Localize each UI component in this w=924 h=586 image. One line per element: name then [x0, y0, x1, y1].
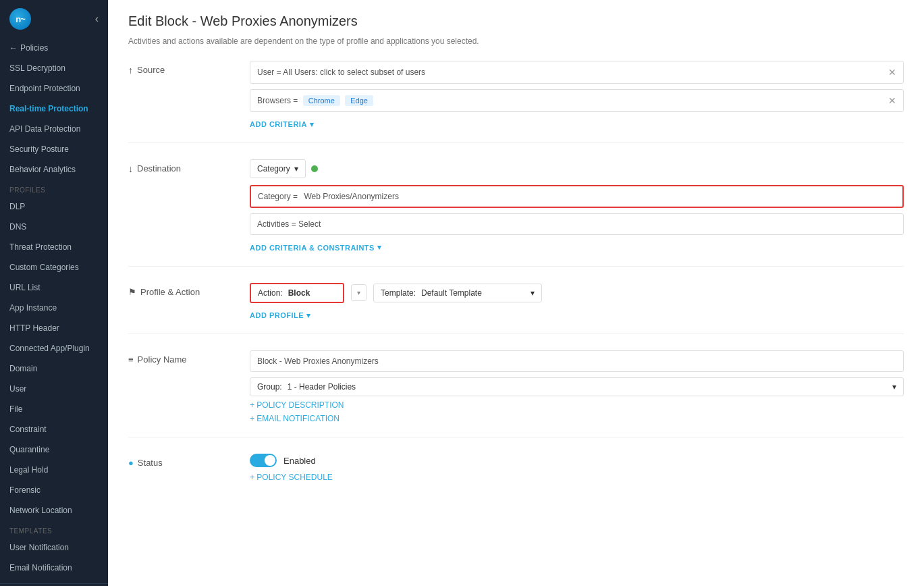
sidebar-item-real-time-protection[interactable]: Real-time Protection — [0, 99, 108, 119]
sidebar-item-http-header[interactable]: HTTP Header — [0, 318, 108, 338]
back-arrow-icon: ← — [9, 43, 18, 53]
action-select[interactable]: Action: Block — [250, 283, 344, 303]
sidebar-item-forensic[interactable]: Forensic — [0, 480, 108, 500]
status-content: Enabled + POLICY SCHEDULE — [250, 454, 904, 482]
sidebar-collapse-button[interactable]: ‹ — [95, 13, 99, 25]
category-dropdown-arrow: ▾ — [294, 164, 298, 174]
chrome-tag[interactable]: Chrome — [303, 95, 340, 106]
policy-name-section: ≡ Policy Name Group: 1 - Header Policies… — [128, 350, 904, 437]
profile-action-content: Action: Block ▾ Template: Default Templa… — [250, 283, 904, 321]
group-dropdown-arrow: ▾ — [892, 382, 896, 392]
category-dropdown[interactable]: Category ▾ — [250, 159, 306, 178]
source-label: ↑ Source — [128, 61, 250, 130]
browsers-label: Browsers = Chrome Edge — [257, 95, 373, 106]
sidebar-item-file[interactable]: File — [0, 399, 108, 419]
template-dropdown-arrow: ▾ — [531, 288, 535, 298]
sidebar-item-domain[interactable]: Domain — [0, 358, 108, 379]
user-criteria-close-button[interactable]: ✕ — [888, 67, 896, 78]
browsers-criteria-close-button[interactable]: ✕ — [888, 95, 896, 106]
sidebar-item-network-location[interactable]: Network Location — [0, 500, 108, 521]
status-toggle[interactable] — [250, 454, 277, 467]
source-content: User = All Users: click to select subset… — [250, 61, 904, 130]
status-label: ● Status — [128, 454, 250, 482]
category-select-row: Category ▾ — [250, 159, 904, 178]
main-content: Edit Block - Web Proxies Anonymizers Act… — [108, 0, 924, 586]
sidebar-item-endpoint-protection[interactable]: Endpoint Protection — [0, 78, 108, 99]
sidebar-item-app-instance[interactable]: App Instance — [0, 298, 108, 318]
category-criteria-box[interactable]: Category = Web Proxies/Anonymizers — [250, 185, 904, 208]
status-circle-icon: ● — [128, 458, 134, 468]
add-profile-dropdown-icon: ▾ — [306, 311, 311, 320]
sidebar-item-behavior-analytics[interactable]: Behavior Analytics — [0, 159, 108, 180]
add-profile-button[interactable]: ADD PROFILE ▾ — [250, 311, 311, 320]
profile-action-section: ⚑ Profile & Action Action: Block ▾ Templ… — [128, 283, 904, 335]
policy-icon: ≡ — [128, 354, 134, 365]
sidebar: n~ ‹ ← Policies SSL Decryption Endpoint … — [0, 0, 108, 586]
policy-name-label: ≡ Policy Name — [128, 350, 250, 423]
templates-section-label: TEMPLATES — [0, 521, 108, 537]
sidebar-item-ssl-decryption[interactable]: SSL Decryption — [0, 58, 108, 78]
add-criteria-button[interactable]: ADD CRITERIA ▾ — [250, 120, 314, 129]
profiles-section-label: PROFILES — [0, 180, 108, 196]
sidebar-item-settings[interactable]: Settings — [0, 583, 108, 586]
action-dropdown-arrow[interactable]: ▾ — [351, 284, 366, 301]
destination-label: ↓ Destination — [128, 159, 250, 252]
policy-schedule-link[interactable]: + POLICY SCHEDULE — [250, 473, 904, 482]
sidebar-item-api-data-protection[interactable]: API Data Protection — [0, 119, 108, 139]
sidebar-item-connected-app[interactable]: Connected App/Plugin — [0, 338, 108, 358]
email-notification-link[interactable]: + EMAIL NOTIFICATION — [250, 414, 904, 423]
group-select[interactable]: Group: 1 - Header Policies ▾ — [250, 377, 904, 396]
policy-name-input[interactable] — [250, 350, 904, 372]
destination-content: Category ▾ Category = Web Proxies/Anonym… — [250, 159, 904, 252]
sidebar-item-email-notification[interactable]: Email Notification — [0, 558, 108, 578]
sidebar-item-dlp[interactable]: DLP — [0, 196, 108, 217]
upload-icon: ↑ — [128, 65, 133, 76]
status-enabled-label: Enabled — [283, 456, 316, 466]
policy-description-link[interactable]: + POLICY DESCRIPTION — [250, 400, 904, 410]
sidebar-item-threat-protection[interactable]: Threat Protection — [0, 237, 108, 257]
browsers-criteria-box[interactable]: Browsers = Chrome Edge ✕ — [250, 89, 904, 112]
sidebar-item-user[interactable]: User — [0, 379, 108, 399]
sidebar-item-user-notification[interactable]: User Notification — [0, 537, 108, 558]
app-logo: n~ — [9, 8, 31, 30]
profile-action-label: ⚑ Profile & Action — [128, 283, 250, 321]
sidebar-item-custom-categories[interactable]: Custom Categories — [0, 257, 108, 277]
active-indicator — [311, 165, 318, 172]
policy-name-content: Group: 1 - Header Policies ▾ + POLICY DE… — [250, 350, 904, 423]
source-section: ↑ Source User = All Users: click to sele… — [128, 61, 904, 144]
page-title: Edit Block - Web Proxies Anonymizers — [128, 14, 904, 29]
sidebar-item-legal-hold[interactable]: Legal Hold — [0, 460, 108, 480]
edge-tag[interactable]: Edge — [345, 95, 373, 106]
sidebar-item-url-list[interactable]: URL List — [0, 277, 108, 298]
destination-section: ↓ Destination Category ▾ Category = Web … — [128, 159, 904, 267]
flag-icon: ⚑ — [128, 287, 136, 297]
status-section: ● Status Enabled + POLICY SCHEDULE — [128, 454, 904, 496]
sidebar-item-quarantine[interactable]: Quarantine — [0, 440, 108, 460]
add-criteria-constraints-button[interactable]: ADD CRITERIA & CONSTRAINTS ▾ — [250, 243, 381, 252]
sidebar-policies-header[interactable]: ← Policies — [0, 38, 108, 58]
add-criteria-dropdown-icon: ▾ — [310, 120, 315, 129]
sidebar-item-security-posture[interactable]: Security Posture — [0, 139, 108, 159]
activities-criteria-box[interactable]: Activities = Select — [250, 213, 904, 235]
user-criteria-box[interactable]: User = All Users: click to select subset… — [250, 61, 904, 84]
action-template-row: Action: Block ▾ Template: Default Templa… — [250, 283, 904, 303]
template-select[interactable]: Template: Default Template ▾ — [373, 284, 542, 302]
download-icon: ↓ — [128, 163, 133, 174]
add-criteria-constraints-dropdown-icon: ▾ — [377, 243, 382, 252]
sidebar-item-constraint[interactable]: Constraint — [0, 419, 108, 440]
page-subtitle: Activities and actions available are dep… — [128, 36, 904, 47]
sidebar-item-dns[interactable]: DNS — [0, 217, 108, 237]
status-row: Enabled — [250, 454, 904, 467]
sidebar-logo: n~ ‹ — [0, 0, 108, 38]
action-label: Action: — [258, 288, 283, 298]
